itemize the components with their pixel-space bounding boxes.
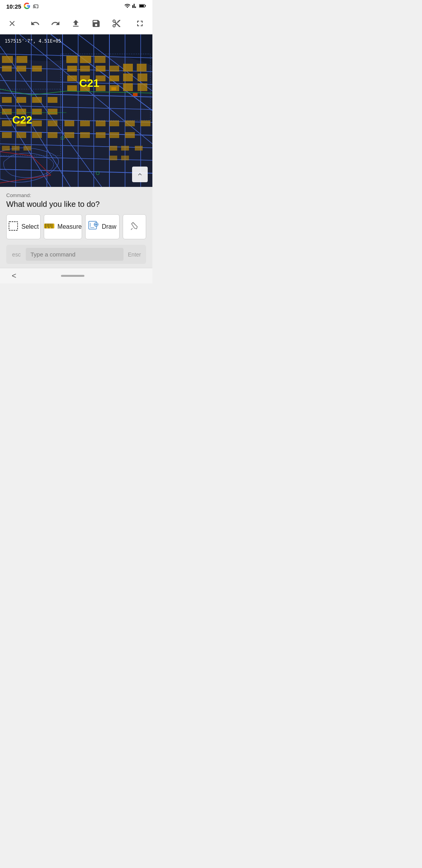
svg-rect-76 [48, 132, 57, 138]
action-buttons: Select Measure [6, 214, 146, 239]
svg-rect-41 [109, 75, 119, 81]
toolbar-center [29, 17, 123, 30]
svg-rect-56 [16, 97, 26, 103]
draw-button[interactable]: Draw [85, 214, 120, 239]
svg-rect-62 [48, 109, 57, 115]
svg-rect-32 [67, 66, 77, 72]
svg-rect-30 [80, 56, 91, 63]
svg-rect-33 [80, 66, 90, 72]
measure-button[interactable]: Measure [44, 214, 82, 239]
zone-label-c21: C21 [79, 77, 99, 90]
svg-rect-49 [138, 83, 147, 91]
zone-label-c22: C22 [12, 114, 32, 126]
map-svg [0, 34, 152, 187]
toolbar-left [6, 18, 18, 29]
svg-rect-77 [64, 132, 74, 138]
svg-rect-72 [141, 120, 150, 126]
scissors-button[interactable] [110, 17, 123, 30]
svg-rect-89 [121, 156, 129, 160]
command-label: Command: [6, 192, 146, 198]
draw-icon [88, 221, 98, 233]
svg-rect-84 [23, 146, 31, 151]
status-bar: 10:25 [0, 0, 152, 13]
svg-rect-66 [48, 120, 57, 126]
svg-rect-73 [2, 132, 12, 138]
svg-rect-34 [96, 66, 106, 72]
svg-rect-55 [2, 97, 12, 103]
bottom-bar: < [0, 268, 152, 283]
svg-rect-58 [48, 97, 57, 103]
svg-rect-44 [67, 85, 77, 91]
redo-button[interactable] [49, 17, 62, 30]
fullscreen-button[interactable] [134, 17, 146, 30]
svg-rect-31 [95, 56, 106, 63]
home-indicator [61, 275, 84, 277]
svg-rect-81 [125, 132, 135, 138]
wifi-icon [124, 3, 131, 10]
svg-rect-1 [145, 5, 146, 6]
svg-rect-88 [109, 156, 117, 160]
status-time: 10:25 [6, 3, 21, 10]
command-input-row: esc Enter [6, 245, 146, 264]
svg-rect-50 [2, 56, 13, 63]
status-right [124, 3, 146, 10]
toolbar-right [134, 17, 146, 30]
svg-rect-52 [2, 66, 12, 72]
svg-rect-51 [16, 56, 27, 63]
svg-rect-35 [109, 66, 119, 72]
draw-label: Draw [102, 223, 116, 230]
command-input[interactable] [26, 248, 123, 261]
expand-button[interactable] [132, 167, 148, 182]
select-label: Select [21, 223, 39, 230]
svg-rect-48 [123, 83, 133, 91]
svg-rect-29 [66, 56, 77, 63]
map-area[interactable]: 157515'-7", 4.51E+05 C21 C22 [0, 34, 152, 187]
svg-rect-61 [32, 109, 42, 115]
svg-rect-80 [109, 132, 119, 138]
measure-icon [44, 222, 54, 231]
command-question: What would you like to do? [6, 200, 146, 209]
command-area: Command: What would you like to do? Sele… [0, 187, 152, 268]
select-button[interactable]: Select [6, 214, 41, 239]
svg-rect-2 [139, 5, 144, 7]
svg-rect-87 [135, 146, 143, 151]
more-button[interactable] [123, 214, 146, 239]
svg-rect-42 [123, 74, 133, 81]
enter-button[interactable]: Enter [127, 251, 141, 258]
svg-rect-103 [9, 222, 18, 230]
esc-button[interactable]: esc [11, 251, 22, 258]
svg-rect-82 [2, 146, 10, 151]
svg-rect-68 [80, 120, 90, 126]
battery-icon [139, 4, 146, 9]
svg-rect-85 [109, 146, 117, 151]
back-button[interactable]: < [8, 270, 20, 282]
save-button[interactable] [90, 17, 102, 30]
svg-rect-78 [80, 132, 90, 138]
svg-rect-79 [96, 132, 106, 138]
status-left: 10:25 [6, 2, 39, 11]
select-icon [8, 221, 18, 233]
svg-rect-54 [32, 66, 42, 72]
svg-rect-69 [96, 120, 106, 126]
close-button[interactable] [6, 18, 18, 29]
signal-icon [132, 3, 138, 10]
svg-rect-98 [133, 93, 138, 96]
map-coordinates: 157515'-7", 4.51E+05 [5, 38, 61, 44]
svg-rect-70 [109, 120, 119, 126]
svg-rect-53 [16, 66, 26, 72]
svg-rect-38 [67, 75, 77, 81]
map-canvas: 157515'-7", 4.51E+05 C21 C22 [0, 34, 152, 187]
svg-rect-67 [64, 120, 74, 126]
svg-rect-75 [32, 132, 42, 138]
svg-rect-71 [125, 120, 135, 126]
share-button[interactable] [70, 17, 82, 30]
svg-rect-59 [2, 109, 12, 115]
svg-rect-57 [32, 97, 42, 103]
toolbar [0, 13, 152, 34]
svg-rect-37 [137, 64, 147, 72]
svg-rect-36 [123, 64, 133, 72]
google-icon [23, 2, 30, 11]
svg-rect-65 [32, 120, 42, 126]
svg-rect-63 [2, 120, 12, 126]
undo-button[interactable] [29, 17, 41, 30]
